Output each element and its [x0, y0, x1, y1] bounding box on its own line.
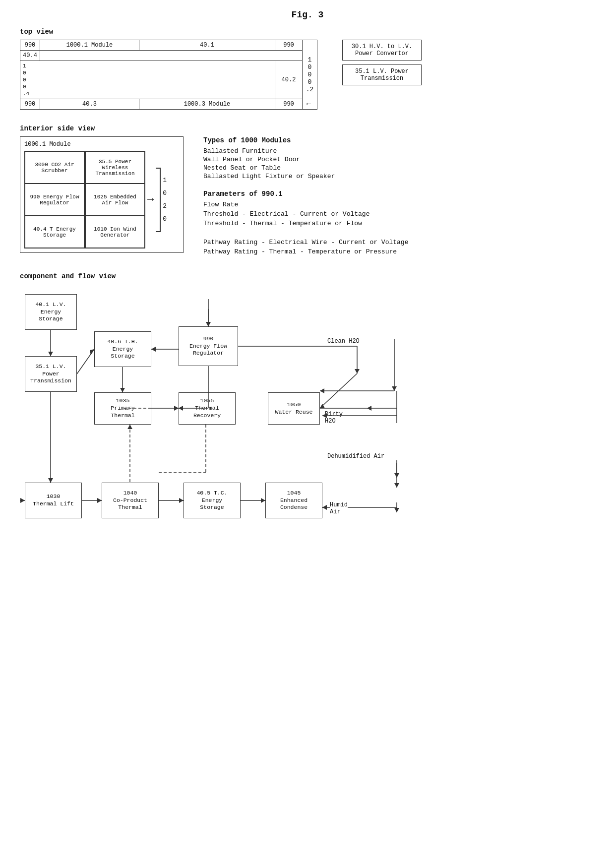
- tv-990-tl: 990: [20, 40, 40, 51]
- param-item-5: Pathway Rating - Thermal - Temperature o…: [203, 248, 595, 255]
- svg-marker-19: [174, 406, 179, 411]
- svg-marker-3: [90, 349, 94, 355]
- module-col-2: 35.5 Power Wireless Transmission 1025 Em…: [85, 151, 145, 248]
- svg-marker-24: [394, 473, 399, 478]
- types-list: Ballasted Furniture Wall Panel or Pocket…: [203, 147, 595, 180]
- ic-40-4t: 40.4 T Energy Storage: [25, 216, 84, 248]
- module-bracket-area: 1020: [156, 151, 167, 248]
- svg-marker-28: [97, 498, 102, 503]
- svg-marker-32: [261, 498, 265, 503]
- module-box: 1000.1 Module 3000 CO2 Air Scrubber 990 …: [20, 136, 184, 253]
- svg-marker-45: [392, 386, 397, 391]
- fb-1030: 1030Thermal Lift: [25, 483, 82, 518]
- fb-40-6: 40.6 T.H.EnergyStorage: [94, 331, 151, 367]
- ic-35-5: 35.5 Power Wireless Transmission: [85, 151, 145, 184]
- svg-marker-7: [120, 388, 125, 392]
- fb-1055: 1055ThermalRecovery: [179, 392, 236, 425]
- label-humid-air: HumidAir: [330, 501, 348, 515]
- flow-view-label: component and flow view: [20, 272, 595, 280]
- tv-40-3: 40.3: [40, 99, 139, 110]
- tv-990-br: 990 ←: [275, 99, 303, 110]
- flow-diagram: 40.1 L.V.EnergyStorage 35.1 L.V.PowerTra…: [20, 284, 595, 562]
- svg-marker-5: [151, 347, 156, 352]
- svg-line-2: [77, 349, 94, 374]
- top-view-right-boxes: 30.1 H.V. to L.V. Power Convertor 35.1 L…: [342, 40, 422, 85]
- tv-990-tr1: 990: [275, 40, 303, 51]
- top-view-section: top view 990 1000.1 Module 40.1 990 1000…: [20, 28, 595, 110]
- ic-990-efr: 990 Energy Flow Regulator: [25, 184, 84, 216]
- fb-1050: 1050Water Reuse: [268, 392, 320, 425]
- module-inner: 3000 CO2 Air Scrubber 990 Energy Flow Re…: [24, 151, 179, 248]
- svg-marker-43: [206, 322, 211, 326]
- type-item-2: Nested Seat or Table: [203, 164, 595, 172]
- svg-marker-30: [179, 498, 184, 503]
- ic-3000-co2: 3000 CO2 Air Scrubber: [25, 151, 84, 184]
- fb-1045: 1045EnhancedCondense: [265, 483, 322, 518]
- type-item-3: Ballasted Light Fixture or Speaker: [203, 173, 595, 180]
- svg-marker-54: [394, 508, 399, 512]
- tv-40-1: 40.1: [139, 40, 275, 51]
- fb-1035: 1035PrimaryThermal: [94, 392, 151, 425]
- tv-empty-main: 1000.4: [20, 61, 275, 99]
- interior-layout: 1000.1 Module 3000 CO2 Air Scrubber 990 …: [20, 136, 595, 257]
- bracket-label: 1020: [163, 174, 167, 226]
- svg-marker-12: [355, 369, 360, 373]
- svg-marker-22: [367, 406, 371, 411]
- tv-1000-2: 1000.2: [303, 40, 317, 110]
- svg-marker-1: [48, 352, 53, 356]
- page-title: Fig. 3: [20, 10, 595, 20]
- svg-marker-26: [322, 505, 327, 510]
- svg-marker-36: [48, 478, 53, 483]
- top-view-table: 990 1000.1 Module 40.1 990 1000.2 40.4 1…: [20, 40, 317, 110]
- tv-empty-row2: [40, 51, 303, 61]
- tv-1000-3: 1000.3 Module: [139, 99, 275, 110]
- svg-marker-9: [206, 322, 211, 326]
- top-view-diagram: 990 1000.1 Module 40.1 990 1000.2 40.4 1…: [20, 40, 595, 110]
- fb-990: 990Energy FlowRegulator: [179, 326, 238, 366]
- module-arrow-right: →: [145, 151, 156, 248]
- types-title: Types of 1000 Modules: [203, 136, 595, 144]
- svg-marker-47: [320, 388, 324, 393]
- label-dirty-h2o: DirtyH2O: [325, 411, 343, 425]
- param-item-4: Pathway Rating - Electrical Wire - Curre…: [203, 239, 595, 246]
- param-item-3: [203, 229, 595, 237]
- params-list: Flow Rate Threshold - Electrical - Curre…: [203, 201, 595, 255]
- label-dehumidified: Dehumidified Air: [327, 453, 384, 460]
- module-title: 1000.1 Module: [24, 141, 179, 148]
- params-title: Parameters of 990.1: [203, 190, 595, 198]
- svg-marker-34: [20, 498, 25, 503]
- flow-section: component and flow view 40.1 L.V.EnergyS…: [20, 272, 595, 562]
- svg-marker-14: [320, 404, 325, 408]
- param-item-1: Threshold - Electrical - Current or Volt…: [203, 210, 595, 218]
- param-item-0: Flow Rate: [203, 201, 595, 208]
- tv-1000-1: 1000.1 Module: [40, 40, 139, 51]
- ic-1010: 1010 Ion Wind Generator: [85, 216, 145, 248]
- tv-40-4: 40.4: [20, 51, 40, 61]
- type-item-0: Ballasted Furniture: [203, 147, 595, 155]
- hv-lv-convertor-box: 30.1 H.V. to L.V. Power Convertor: [342, 40, 422, 61]
- top-view-label: top view: [20, 28, 595, 36]
- svg-marker-39: [127, 425, 132, 429]
- ic-1025: 1025 Embedded Air Flow: [85, 184, 145, 216]
- tv-40-2: 40.2: [275, 61, 303, 99]
- right-info: Types of 1000 Modules Ballasted Furnitur…: [203, 136, 595, 257]
- param-item-2: Threshold - Thermal - Temperature or Flo…: [203, 220, 595, 227]
- interior-view-label: interior side view: [20, 124, 595, 132]
- lv-transmission-box: 35.1 L.V. Power Transmission: [342, 64, 422, 85]
- svg-marker-52: [394, 483, 399, 488]
- interior-section: interior side view 1000.1 Module 3000 CO…: [20, 124, 595, 257]
- type-item-1: Wall Panel or Pocket Door: [203, 156, 595, 163]
- svg-line-13: [320, 373, 357, 408]
- fb-40-1: 40.1 L.V.EnergyStorage: [25, 294, 77, 330]
- module-col-1: 3000 CO2 Air Scrubber 990 Energy Flow Re…: [24, 151, 85, 248]
- bracket-shape: [156, 168, 161, 232]
- label-clean-h2o: Clean H2O: [327, 338, 360, 345]
- fb-40-5: 40.5 T.C.EnergyStorage: [184, 483, 241, 518]
- fb-35-1: 35.1 L.V.PowerTransmission: [25, 356, 77, 392]
- fb-1040: 1040Co-ProductThermal: [102, 483, 159, 518]
- tv-990-bl: 990: [20, 99, 40, 110]
